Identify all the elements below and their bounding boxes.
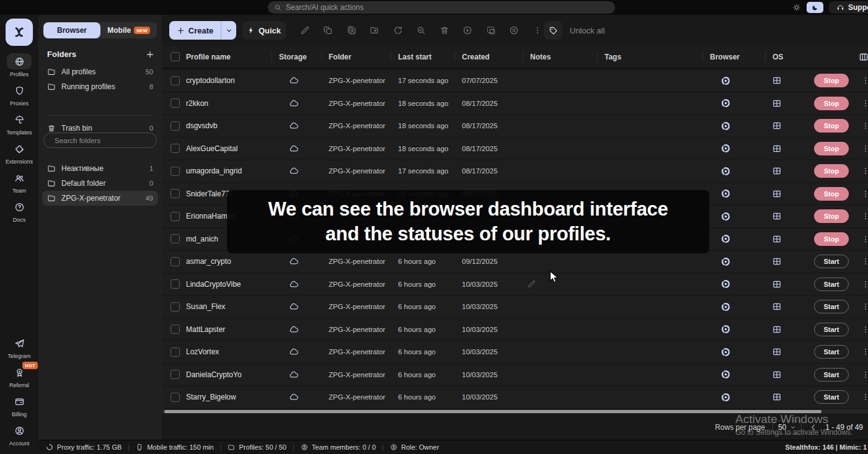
table-row[interactable]: Susan_FlexZPG-X-penetrator6 hours ago10/… — [162, 296, 868, 318]
window-dashed-action-button[interactable] — [479, 21, 503, 40]
sidebar-item-proxies[interactable]: Proxies — [6, 82, 33, 107]
start-profile-button[interactable]: Start — [814, 345, 849, 359]
folder-item[interactable]: Default folder0 — [42, 176, 158, 191]
folder-search-input[interactable] — [55, 137, 150, 144]
kebab-icon[interactable] — [861, 370, 868, 379]
kebab-icon[interactable] — [861, 347, 868, 356]
kebab-icon[interactable] — [861, 302, 868, 311]
kebab-icon[interactable] — [861, 99, 868, 108]
pencil-action-button[interactable] — [293, 21, 317, 40]
sidebar-item-profiles[interactable]: Profiles — [6, 53, 33, 77]
zoom-check-action-button[interactable] — [410, 21, 433, 40]
kebab-icon[interactable] — [861, 280, 868, 289]
stop-profile-button[interactable]: Stop — [814, 119, 849, 133]
quick-button[interactable]: Quick — [242, 21, 286, 40]
kebab-icon[interactable] — [861, 235, 868, 243]
global-search[interactable] — [268, 1, 615, 14]
kebab-icon[interactable] — [861, 76, 868, 85]
stop-profile-button[interactable]: Stop — [814, 209, 849, 223]
unlock-all-button[interactable]: Unlock all — [570, 21, 604, 40]
pencil-icon[interactable] — [527, 279, 536, 289]
stop-profile-button[interactable]: Stop — [814, 187, 849, 201]
row-checkbox[interactable] — [170, 167, 180, 176]
stop-profile-button[interactable]: Stop — [814, 142, 849, 155]
scrollbar-thumb[interactable] — [164, 410, 822, 413]
refresh-action-button[interactable] — [386, 21, 410, 40]
kebab-icon[interactable] — [861, 393, 868, 401]
kebab-icon[interactable] — [861, 212, 868, 220]
stop-profile-button[interactable]: Stop — [814, 232, 849, 246]
app-logo[interactable] — [6, 19, 33, 46]
row-checkbox[interactable] — [170, 257, 180, 266]
column-header-notes[interactable]: Notes — [530, 46, 551, 68]
sidebar-item-team[interactable]: Team — [6, 170, 33, 194]
table-row[interactable]: LindaCryptoVibeZPG-X-penetrator6 hours a… — [162, 274, 868, 295]
kebab-icon[interactable] — [861, 167, 868, 175]
copy-action-button[interactable] — [317, 21, 340, 40]
table-row[interactable]: AlexGueCapitalZPG-X-penetrator18 seconds… — [162, 138, 868, 160]
row-checkbox[interactable] — [170, 76, 180, 85]
x-circle-action-button[interactable] — [503, 21, 526, 40]
profile-copy-action-button[interactable] — [340, 21, 363, 40]
start-profile-button[interactable]: Start — [814, 390, 849, 404]
table-row[interactable]: umagorda_ingridZPG-X-penetrator17 second… — [162, 160, 868, 182]
tag-button[interactable] — [544, 21, 562, 40]
search-input[interactable] — [286, 3, 609, 12]
table-row[interactable]: r2kkonZPG-X-penetrator18 seconds ago08/1… — [162, 93, 868, 115]
tab-browser[interactable]: Browser — [43, 22, 100, 38]
row-checkbox[interactable] — [170, 370, 180, 379]
row-checkbox[interactable] — [170, 212, 180, 221]
start-profile-button[interactable]: Start — [814, 255, 849, 268]
horizontal-scrollbar[interactable] — [162, 409, 868, 414]
column-header-browser[interactable]: Browser — [710, 46, 740, 68]
row-checkbox[interactable] — [170, 189, 180, 198]
row-checkbox[interactable] — [170, 302, 180, 312]
row-checkbox[interactable] — [170, 121, 180, 131]
kebab-icon[interactable] — [861, 121, 868, 130]
kebab-icon[interactable] — [861, 190, 868, 198]
play-circle-action-button[interactable] — [456, 21, 480, 40]
row-checkbox[interactable] — [170, 325, 180, 334]
column-header-folder[interactable]: Folder — [329, 46, 352, 68]
column-header-created[interactable]: Created — [462, 46, 490, 68]
support-button[interactable]: Support — [829, 1, 868, 14]
sidebar-item-referral[interactable]: HOTReferral — [7, 364, 32, 388]
start-profile-button[interactable]: Start — [814, 277, 849, 291]
previous-page-icon[interactable] — [809, 423, 818, 432]
column-header-tags[interactable]: Tags — [604, 46, 621, 68]
row-checkbox[interactable] — [170, 347, 180, 357]
row-checkbox[interactable] — [170, 98, 180, 108]
table-row[interactable]: cryptodollartonZPG-X-penetrator17 second… — [162, 70, 868, 92]
folder-item[interactable]: ZPG-X-penetrator49 — [42, 191, 158, 206]
table-row[interactable]: MattLapsterZPG-X-penetrator6 hours ago10… — [162, 319, 868, 341]
kebab-icon[interactable] — [861, 257, 868, 266]
dark-theme-toggle[interactable] — [807, 2, 823, 13]
row-checkbox[interactable] — [170, 234, 180, 243]
trash-action-button[interactable] — [433, 21, 456, 40]
table-row[interactable]: asmar_cryptoZPG-X-penetrator6 hours ago0… — [162, 251, 868, 273]
column-header-os[interactable]: OS — [773, 46, 783, 68]
folder-item[interactable]: All profiles50 — [42, 64, 158, 79]
column-header-last_start[interactable]: Last start — [398, 46, 432, 68]
columns-settings-icon[interactable] — [859, 52, 868, 62]
column-header-storage[interactable]: Storage — [279, 46, 307, 68]
sidebar-item-templates[interactable]: Templates — [6, 111, 33, 136]
stop-profile-button[interactable]: Stop — [814, 164, 849, 178]
folder-item[interactable]: Неактивные1 — [42, 161, 158, 176]
page-size-select[interactable]: 50 — [773, 421, 802, 434]
sidebar-item-docs[interactable]: Docs — [6, 199, 33, 223]
kebab-icon[interactable] — [861, 325, 868, 334]
folder-search[interactable] — [43, 133, 157, 148]
create-dropdown-button[interactable] — [221, 27, 236, 34]
start-profile-button[interactable]: Start — [814, 323, 849, 336]
column-header-name[interactable]: Profile name — [186, 46, 231, 68]
sidebar-item-billing[interactable]: Billing — [7, 393, 32, 417]
table-row[interactable]: LozVortexZPG-X-penetrator6 hours ago10/0… — [162, 341, 868, 363]
create-button[interactable]: Create — [169, 21, 236, 40]
row-checkbox[interactable] — [170, 144, 180, 153]
start-profile-button[interactable]: Start — [814, 300, 849, 313]
row-checkbox[interactable] — [170, 279, 180, 289]
folder-move-action-button[interactable] — [363, 21, 387, 40]
select-all-checkbox[interactable] — [170, 52, 180, 61]
stop-profile-button[interactable]: Stop — [814, 97, 849, 110]
